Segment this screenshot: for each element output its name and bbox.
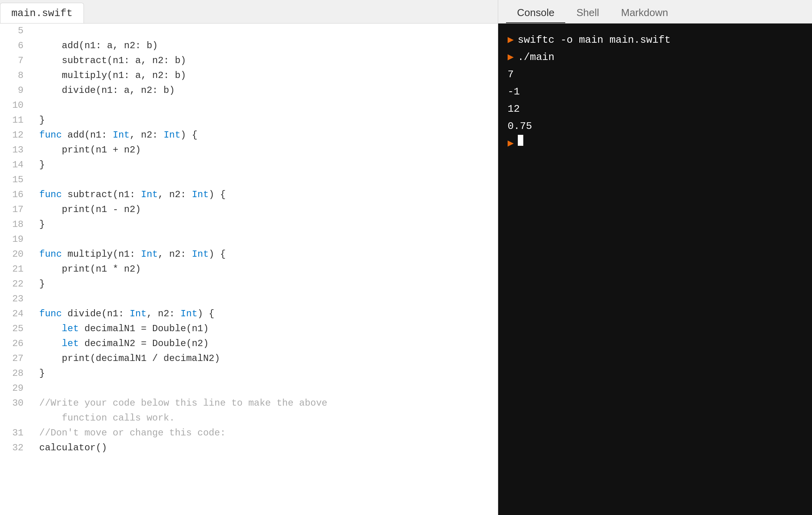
- line-content: func multiply(n1: Int, n2: Int) {: [35, 247, 498, 262]
- line-number: 16: [0, 187, 31, 202]
- code-line: 31//Don't move or change this code:: [0, 426, 498, 441]
- console-output-line: 0.75: [508, 118, 803, 135]
- app-container: main.swift 56 add(n1: a, n2: b)7 subtrac…: [0, 0, 812, 515]
- code-line: 19: [0, 232, 498, 247]
- console-output-line: -1: [508, 83, 803, 100]
- line-number: 23: [0, 292, 31, 306]
- code-line: 28}: [0, 366, 498, 381]
- console-tabs: ConsoleShellMarkdown: [498, 0, 812, 24]
- line-content: let decimalN2 = Double(n2): [35, 336, 498, 351]
- line-number: 10: [0, 98, 31, 113]
- editor-panel: main.swift 56 add(n1: a, n2: b)7 subtrac…: [0, 0, 498, 515]
- editor-tab-main-swift[interactable]: main.swift: [0, 3, 84, 23]
- line-number: 15: [0, 172, 31, 187]
- line-number: 21: [0, 262, 31, 277]
- line-number: 31: [0, 426, 31, 441]
- console-prompt: ▶: [508, 49, 514, 66]
- console-cursor: [518, 135, 523, 146]
- line-content: print(n1 - n2): [35, 202, 498, 217]
- line-content: subtract(n1: a, n2: b): [35, 53, 498, 68]
- line-content: print(n1 + n2): [35, 143, 498, 158]
- code-line: 24func divide(n1: Int, n2: Int) {: [0, 306, 498, 321]
- console-tab-console[interactable]: Console: [506, 3, 565, 23]
- line-number: 22: [0, 277, 31, 292]
- line-number: 25: [0, 321, 31, 336]
- line-content: //Don't move or change this code:: [35, 426, 498, 441]
- code-line: 21 print(n1 * n2): [0, 262, 498, 277]
- line-content: func divide(n1: Int, n2: Int) {: [35, 306, 498, 321]
- console-command: swiftc -o main main.swift: [518, 31, 671, 49]
- code-line: 23: [0, 292, 498, 306]
- line-number: 29: [0, 381, 31, 396]
- line-number: 9: [0, 83, 31, 98]
- code-line: 5: [0, 24, 498, 38]
- code-area: 56 add(n1: a, n2: b)7 subtract(n1: a, n2…: [0, 24, 498, 455]
- code-line: 20func multiply(n1: Int, n2: Int) {: [0, 247, 498, 262]
- line-content: }: [35, 277, 498, 292]
- editor-tabs: main.swift: [0, 0, 498, 24]
- line-number: 6: [0, 38, 31, 53]
- line-number: 24: [0, 306, 31, 321]
- line-content: print(n1 * n2): [35, 262, 498, 277]
- line-content: calculator(): [35, 441, 498, 455]
- code-line: 9 divide(n1: a, n2: b): [0, 83, 498, 98]
- console-tab-markdown[interactable]: Markdown: [610, 3, 679, 23]
- code-line: 7 subtract(n1: a, n2: b): [0, 53, 498, 68]
- console-output-line: 7: [508, 66, 803, 83]
- line-number: 19: [0, 232, 31, 247]
- editor-tab-label: main.swift: [11, 7, 73, 19]
- line-content: }: [35, 158, 498, 172]
- console-panel: ConsoleShellMarkdown ▶ swiftc -o main ma…: [498, 0, 812, 515]
- code-line: 6 add(n1: a, n2: b): [0, 38, 498, 53]
- console-prompt: ▶: [508, 135, 514, 152]
- code-line: 30//Write your code below this line to m…: [0, 396, 498, 426]
- code-line: 18}: [0, 217, 498, 232]
- code-line: 29: [0, 381, 498, 396]
- code-line: 22}: [0, 277, 498, 292]
- code-line: 15: [0, 172, 498, 187]
- line-number: 26: [0, 336, 31, 351]
- line-number: 13: [0, 143, 31, 158]
- line-content: print(decimalN1 / decimalN2): [35, 351, 498, 366]
- line-content: func add(n1: Int, n2: Int) {: [35, 128, 498, 143]
- line-content: }: [35, 217, 498, 232]
- console-line: ▶ swiftc -o main main.swift: [508, 31, 803, 49]
- console-tab-shell[interactable]: Shell: [565, 3, 610, 23]
- line-number: 30: [0, 396, 31, 411]
- line-number: 17: [0, 202, 31, 217]
- code-line: 25 let decimalN1 = Double(n1): [0, 321, 498, 336]
- code-line: 12func add(n1: Int, n2: Int) {: [0, 128, 498, 143]
- code-line: 8 multiply(n1: a, n2: b): [0, 68, 498, 83]
- code-line: 11}: [0, 113, 498, 128]
- line-content: //Write your code below this line to mak…: [35, 396, 498, 426]
- code-line: 27 print(decimalN1 / decimalN2): [0, 351, 498, 366]
- line-content: func subtract(n1: Int, n2: Int) {: [35, 187, 498, 202]
- line-content: let decimalN1 = Double(n1): [35, 321, 498, 336]
- code-line: 14}: [0, 158, 498, 172]
- line-content: multiply(n1: a, n2: b): [35, 68, 498, 83]
- editor-content[interactable]: 56 add(n1: a, n2: b)7 subtract(n1: a, n2…: [0, 24, 498, 515]
- console-output-line: 12: [508, 100, 803, 118]
- line-content: add(n1: a, n2: b): [35, 38, 498, 53]
- console-content[interactable]: ▶ swiftc -o main main.swift▶ ./main7-112…: [498, 24, 812, 515]
- line-number: 12: [0, 128, 31, 143]
- line-number: 8: [0, 68, 31, 83]
- line-number: 27: [0, 351, 31, 366]
- line-content: }: [35, 366, 498, 381]
- line-number: 7: [0, 53, 31, 68]
- line-number: 32: [0, 441, 31, 455]
- code-line: 26 let decimalN2 = Double(n2): [0, 336, 498, 351]
- code-line: 17 print(n1 - n2): [0, 202, 498, 217]
- line-number: 5: [0, 24, 31, 38]
- code-line: 32calculator(): [0, 441, 498, 455]
- console-line: ▶ ./main: [508, 49, 803, 66]
- line-number: 14: [0, 158, 31, 172]
- line-content: divide(n1: a, n2: b): [35, 83, 498, 98]
- line-content: }: [35, 113, 498, 128]
- console-prompt: ▶: [508, 31, 514, 49]
- code-line: 13 print(n1 + n2): [0, 143, 498, 158]
- code-line: 10: [0, 98, 498, 113]
- line-number: 11: [0, 113, 31, 128]
- code-line: 16func subtract(n1: Int, n2: Int) {: [0, 187, 498, 202]
- line-number: 28: [0, 366, 31, 381]
